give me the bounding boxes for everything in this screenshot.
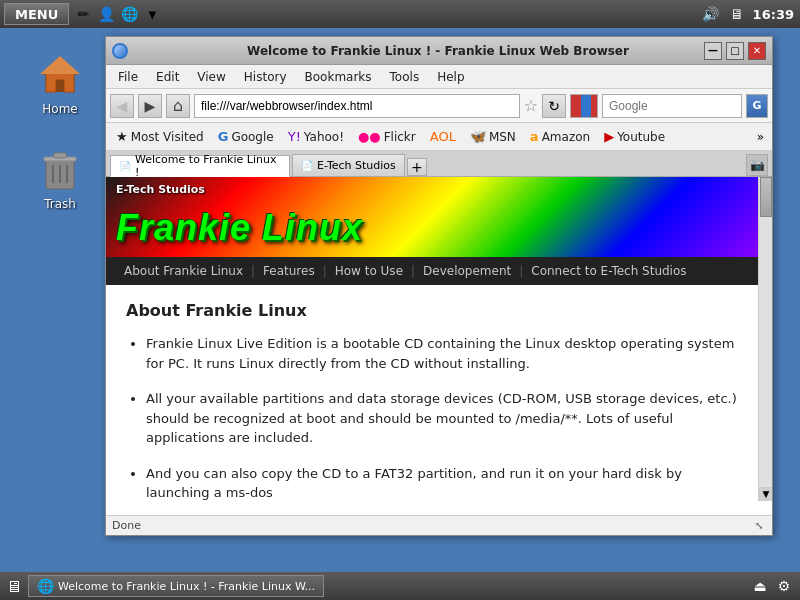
- edit-icon[interactable]: ✏️: [73, 4, 93, 24]
- taskbar-top-icons: ✏️ 👤 🌐 ▼: [73, 4, 162, 24]
- tab-welcome-icon: 📄: [119, 161, 131, 172]
- browser-navbar: ◀ ▶ ⌂ ☆ ↻ G: [106, 89, 772, 123]
- bookmark-most-visited-label: Most Visited: [131, 130, 204, 144]
- scrollbar-bottom[interactable]: ▼: [759, 487, 772, 501]
- network-icon[interactable]: 🖥: [727, 4, 747, 24]
- user-icon[interactable]: 👤: [96, 4, 116, 24]
- config-icon[interactable]: ⚙: [774, 576, 794, 596]
- menu-help[interactable]: Help: [429, 68, 472, 86]
- menu-bookmarks[interactable]: Bookmarks: [297, 68, 380, 86]
- site-banner: E-Tech Studios Frankie Linux: [106, 177, 758, 257]
- browser-content: E-Tech Studios Frankie Linux About Frank…: [106, 177, 772, 515]
- home-icon-img: [36, 50, 84, 98]
- svg-rect-2: [56, 80, 64, 92]
- browser-taskbar-label: Welcome to Frankie Linux ! - Frankie Lin…: [58, 580, 315, 593]
- svg-marker-1: [40, 56, 80, 74]
- forward-button[interactable]: ▶: [138, 94, 162, 118]
- yahoo-icon: Y!: [288, 129, 301, 144]
- trash-desktop-icon[interactable]: Trash: [20, 145, 100, 211]
- status-text: Done: [112, 519, 742, 532]
- bookmark-aol[interactable]: AOL: [424, 127, 462, 146]
- youtube-icon: ▶: [604, 129, 614, 144]
- page-title: About Frankie Linux: [126, 301, 738, 320]
- bullet-item-1: Frankie Linux Live Edition is a bootable…: [146, 334, 738, 373]
- home-icon-label: Home: [42, 102, 77, 116]
- dropdown-icon[interactable]: ▼: [142, 4, 162, 24]
- bookmarks-bar: ★ Most Visited G Google Y! Yahoo! ●● Fli…: [106, 123, 772, 151]
- menu-view[interactable]: View: [189, 68, 233, 86]
- google-icon: G: [218, 129, 229, 144]
- scrollbar-thumb[interactable]: [760, 177, 772, 217]
- maximize-button[interactable]: □: [726, 42, 744, 60]
- close-button[interactable]: ✕: [748, 42, 766, 60]
- taskbar-bottom: 🖥 🌐 Welcome to Frankie Linux ! - Frankie…: [0, 572, 800, 600]
- url-bar[interactable]: [194, 94, 520, 118]
- bookmark-amazon-label: Amazon: [542, 130, 591, 144]
- flickr-icon: ●●: [358, 129, 381, 144]
- tab-etech-label: E-Tech Studios: [317, 159, 396, 172]
- frankie-linux-title: Frankie Linux: [116, 207, 363, 249]
- menu-button[interactable]: MENU: [4, 3, 69, 25]
- resize-handle[interactable]: ⤡: [752, 519, 766, 533]
- star-icon[interactable]: ☆: [524, 96, 538, 115]
- page-content: About Frankie Linux Frankie Linux Live E…: [106, 285, 758, 515]
- webpage: E-Tech Studios Frankie Linux About Frank…: [106, 177, 758, 515]
- site-nav-dev[interactable]: Developement: [415, 257, 519, 285]
- clock: 16:39: [753, 7, 794, 22]
- home-desktop-icon[interactable]: Home: [20, 50, 100, 116]
- taskbar-top: MENU ✏️ 👤 🌐 ▼ 🔊 🖥 16:39: [0, 0, 800, 28]
- browser-titlebar: Welcome to Frankie Linux ! - Frankie Lin…: [106, 37, 772, 65]
- bookmark-google-label: Google: [231, 130, 273, 144]
- msn-icon: 🦋: [470, 129, 486, 144]
- site-nav-about[interactable]: About Frankie Linux: [116, 257, 251, 285]
- back-button[interactable]: ◀: [110, 94, 134, 118]
- bookmark-amazon[interactable]: a Amazon: [524, 127, 596, 146]
- browser-window: Welcome to Frankie Linux ! - Frankie Lin…: [105, 36, 773, 536]
- bookmarks-more-button[interactable]: »: [753, 128, 768, 146]
- reload-button[interactable]: ↻: [542, 94, 566, 118]
- speaker-icon[interactable]: 🔊: [701, 4, 721, 24]
- tab-etech[interactable]: 📄 E-Tech Studios: [292, 154, 405, 176]
- bookmark-most-visited[interactable]: ★ Most Visited: [110, 127, 210, 146]
- site-nav-features[interactable]: Features: [255, 257, 323, 285]
- bookmark-flickr-label: Flickr: [384, 130, 416, 144]
- taskbar-top-right: 🔊 🖥 16:39: [701, 4, 800, 24]
- site-nav-howto[interactable]: How to Use: [327, 257, 411, 285]
- desktop-show-icon[interactable]: 🖥: [4, 576, 24, 596]
- menu-history[interactable]: History: [236, 68, 295, 86]
- tab-etech-icon: 📄: [301, 160, 313, 171]
- menu-file[interactable]: File: [110, 68, 146, 86]
- scrollbar[interactable]: ▼: [758, 177, 772, 501]
- taskbar-bottom-right: ⏏ ⚙: [750, 576, 800, 596]
- browser-taskbar-btn[interactable]: 🌐 Welcome to Frankie Linux ! - Frankie L…: [28, 575, 324, 597]
- bookmark-msn-label: MSN: [489, 130, 516, 144]
- menu-tools[interactable]: Tools: [382, 68, 428, 86]
- screenshot-button[interactable]: 📷: [746, 154, 768, 176]
- search-button[interactable]: G: [746, 94, 768, 118]
- browser-title: Welcome to Frankie Linux ! - Frankie Lin…: [172, 44, 704, 58]
- home-nav-button[interactable]: ⌂: [166, 94, 190, 118]
- tab-welcome[interactable]: 📄 Welcome to Frankie Linux !: [110, 155, 290, 177]
- globe-small-icon[interactable]: 🌐: [119, 4, 139, 24]
- aol-icon: AOL: [430, 129, 456, 144]
- menu-edit[interactable]: Edit: [148, 68, 187, 86]
- site-nav-connect[interactable]: Connect to E-Tech Studios: [523, 257, 694, 285]
- bookmark-youtube[interactable]: ▶ Youtube: [598, 127, 671, 146]
- bookmark-msn[interactable]: 🦋 MSN: [464, 127, 522, 146]
- bullet-list: Frankie Linux Live Edition is a bootable…: [126, 334, 738, 503]
- browser-menubar: File Edit View History Bookmarks Tools H…: [106, 65, 772, 89]
- bookmark-youtube-label: Youtube: [617, 130, 665, 144]
- bookmark-yahoo-label: Yahoo!: [304, 130, 344, 144]
- bullet-item-3: And you can also copy the CD to a FAT32 …: [146, 464, 738, 503]
- bookmark-yahoo[interactable]: Y! Yahoo!: [282, 127, 350, 146]
- new-tab-button[interactable]: +: [407, 158, 427, 176]
- etechstudios-label: E-Tech Studios: [116, 183, 205, 196]
- bullet-item-2: All your available partitions and data s…: [146, 389, 738, 448]
- bookmark-flickr[interactable]: ●● Flickr: [352, 127, 422, 146]
- tab-bar: 📄 Welcome to Frankie Linux ! 📄 E-Tech St…: [106, 151, 772, 177]
- taskbar-bottom-left: 🖥 🌐 Welcome to Frankie Linux ! - Frankie…: [0, 575, 324, 597]
- eject-icon[interactable]: ⏏: [750, 576, 770, 596]
- search-input[interactable]: [602, 94, 742, 118]
- minimize-button[interactable]: —: [704, 42, 722, 60]
- bookmark-google[interactable]: G Google: [212, 127, 280, 146]
